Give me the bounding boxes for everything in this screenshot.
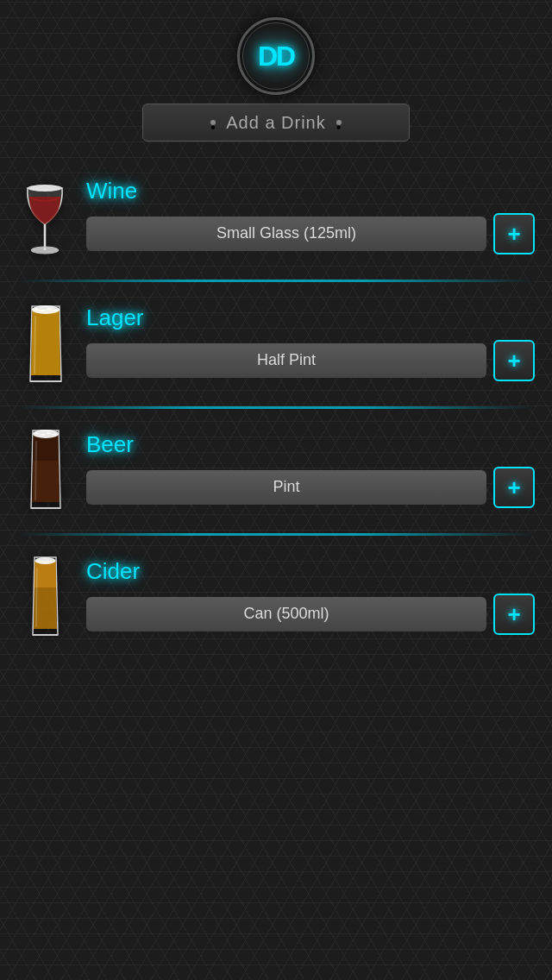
add-drink-label: Add a Drink	[226, 113, 326, 133]
lager-section: Lager Half Pint +	[0, 286, 552, 403]
lager-add-icon: +	[507, 349, 520, 372]
cider-glass-icon	[26, 553, 65, 639]
lager-size-row: Half Pint +	[86, 340, 535, 381]
cider-info: Cider Can (500ml) +	[86, 558, 535, 635]
beer-section: Beer Pint +	[0, 412, 552, 530]
cider-add-icon: +	[507, 603, 520, 625]
wine-size-label: Small Glass (125ml)	[86, 217, 486, 251]
svg-point-6	[35, 557, 56, 564]
logo-text: DD	[258, 41, 294, 72]
cider-row: Cider Can (500ml) +	[0, 546, 552, 650]
beer-icon-container	[17, 426, 73, 512]
beer-add-button[interactable]: +	[493, 467, 535, 508]
lager-info: Lager Half Pint +	[86, 305, 535, 381]
dot-right: •	[336, 120, 342, 125]
lager-name: Lager	[86, 305, 535, 331]
beer-name: Beer	[86, 431, 535, 458]
cider-size-row: Can (500ml) +	[86, 594, 535, 635]
wine-section: Wine Small Glass (125ml) +	[0, 159, 552, 276]
cider-icon-container	[17, 553, 73, 639]
dot-left: •	[210, 120, 216, 125]
cider-size-label: Can (500ml)	[86, 597, 486, 631]
divider-1	[17, 280, 535, 282]
cider-add-button[interactable]: +	[493, 594, 535, 635]
logo-circle: DD	[237, 17, 315, 95]
wine-icon-container	[17, 173, 73, 259]
wine-size-row: Small Glass (125ml) +	[86, 213, 535, 254]
beer-size-row: Pint +	[86, 467, 535, 508]
lager-size-label: Half Pint	[86, 343, 486, 378]
beer-size-label: Pint	[86, 470, 486, 505]
wine-row: Wine Small Glass (125ml) +	[0, 166, 552, 269]
wine-glass-icon	[22, 173, 69, 259]
divider-2	[17, 406, 535, 409]
beer-add-icon: +	[507, 476, 520, 499]
lager-icon-container	[17, 299, 73, 386]
wine-add-icon: +	[507, 223, 520, 245]
add-drink-button[interactable]: • Add a Drink •	[142, 104, 410, 141]
beer-info: Beer Pint +	[86, 431, 535, 508]
cider-name: Cider	[86, 558, 535, 585]
lager-add-button[interactable]: +	[493, 340, 535, 381]
beer-glass-icon	[23, 426, 68, 512]
wine-name: Wine	[86, 178, 535, 204]
logo-container: DD	[0, 0, 552, 95]
lager-row: Lager Half Pint +	[0, 292, 552, 396]
lager-glass-icon	[23, 299, 68, 386]
cider-section: Cider Can (500ml) +	[0, 539, 552, 656]
wine-info: Wine Small Glass (125ml) +	[86, 178, 535, 254]
wine-add-button[interactable]: +	[493, 213, 535, 254]
beer-row: Beer Pint +	[0, 419, 552, 523]
divider-3	[17, 533, 535, 536]
